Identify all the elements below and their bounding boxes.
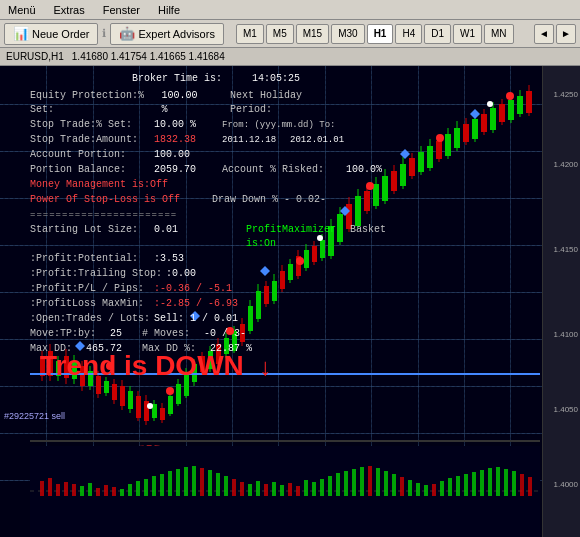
menu-item-hilfe[interactable]: Hilfe: [154, 2, 184, 18]
svg-point-134: [147, 403, 153, 409]
svg-rect-168: [272, 482, 276, 496]
svg-point-136: [487, 101, 493, 107]
price-tick-4: 1.4100: [554, 330, 578, 339]
svg-marker-122: [190, 311, 200, 321]
svg-point-133: [506, 92, 514, 100]
svg-rect-188: [432, 484, 436, 496]
symbol-bar: EURUSD,H1 1.41680 1.41754 1.41665 1.4168…: [0, 48, 580, 66]
svg-rect-167: [264, 484, 268, 496]
svg-rect-187: [424, 485, 428, 496]
svg-rect-186: [416, 483, 420, 496]
svg-rect-155: [168, 471, 172, 496]
svg-rect-171: [296, 486, 300, 496]
svg-rect-199: [520, 474, 524, 496]
svg-point-135: [317, 235, 323, 241]
candlestick-chart: [30, 66, 540, 537]
svg-rect-162: [224, 476, 228, 496]
svg-rect-152: [144, 479, 148, 496]
chart-container: Broker Time is: 14:05:25 Equity Protecti…: [0, 66, 580, 537]
tab-d1[interactable]: D1: [424, 24, 451, 44]
tab-m1[interactable]: M1: [236, 24, 264, 44]
svg-rect-144: [80, 486, 84, 496]
svg-rect-146: [96, 488, 100, 496]
info-icon: ℹ: [102, 27, 106, 40]
ea-icon: 🤖: [119, 26, 135, 41]
svg-rect-192: [464, 474, 468, 496]
menu-item-menu[interactable]: Menü: [4, 2, 40, 18]
svg-rect-174: [320, 479, 324, 496]
svg-rect-180: [368, 466, 372, 496]
svg-rect-161: [216, 473, 220, 496]
svg-rect-156: [176, 469, 180, 496]
svg-rect-157: [184, 467, 188, 496]
tab-h4[interactable]: H4: [395, 24, 422, 44]
svg-rect-153: [152, 476, 156, 496]
svg-rect-195: [488, 468, 492, 496]
svg-rect-172: [304, 480, 308, 496]
svg-rect-200: [528, 477, 532, 496]
svg-rect-151: [136, 481, 140, 496]
nav-arrows: ◄ ►: [534, 24, 576, 44]
svg-rect-182: [384, 471, 388, 496]
svg-rect-181: [376, 468, 380, 496]
svg-rect-184: [400, 477, 404, 496]
order-label: #29225721 sell: [4, 411, 65, 421]
svg-rect-189: [440, 481, 444, 496]
expert-advisors-button[interactable]: 🤖 Expert Advisors: [110, 23, 223, 45]
svg-rect-165: [248, 484, 252, 496]
neue-order-button[interactable]: 📊 Neue Order: [4, 23, 98, 45]
svg-rect-185: [408, 480, 412, 496]
svg-rect-158: [192, 466, 196, 496]
svg-rect-173: [312, 482, 316, 496]
tab-w1[interactable]: W1: [453, 24, 482, 44]
tab-m15[interactable]: M15: [296, 24, 329, 44]
svg-point-128: [166, 387, 174, 395]
svg-rect-164: [240, 482, 244, 496]
neue-order-label: Neue Order: [32, 28, 89, 40]
svg-rect-145: [88, 483, 92, 496]
svg-point-129: [226, 327, 234, 335]
svg-rect-148: [112, 487, 116, 496]
tab-h1[interactable]: H1: [367, 24, 394, 44]
svg-rect-140: [48, 478, 52, 496]
svg-rect-176: [336, 473, 340, 496]
svg-rect-163: [232, 479, 236, 496]
price-tick-3: 1.4150: [554, 245, 578, 254]
svg-point-131: [366, 182, 374, 190]
svg-rect-141: [56, 484, 60, 496]
svg-rect-177: [344, 471, 348, 496]
price-tick-2: 1.4200: [554, 160, 578, 169]
svg-rect-154: [160, 474, 164, 496]
price-tick-6: 1.4000: [554, 480, 578, 489]
svg-rect-169: [280, 485, 284, 496]
svg-marker-126: [470, 109, 480, 119]
price-tick-5: 1.4050: [554, 405, 578, 414]
svg-rect-142: [64, 482, 68, 496]
svg-marker-121: [75, 341, 85, 351]
scroll-left-button[interactable]: ◄: [534, 24, 554, 44]
menu-item-extras[interactable]: Extras: [50, 2, 89, 18]
tab-m5[interactable]: M5: [266, 24, 294, 44]
tab-m30[interactable]: M30: [331, 24, 364, 44]
svg-rect-160: [208, 470, 212, 496]
tab-mn[interactable]: MN: [484, 24, 514, 44]
svg-rect-191: [456, 476, 460, 496]
svg-rect-193: [472, 472, 476, 496]
svg-rect-139: [40, 481, 44, 496]
svg-rect-197: [504, 469, 508, 496]
svg-rect-183: [392, 474, 396, 496]
timeframe-tabs: M1 M5 M15 M30 H1 H4 D1 W1 MN: [236, 24, 514, 44]
svg-point-130: [296, 257, 304, 265]
svg-rect-178: [352, 469, 356, 496]
svg-rect-166: [256, 481, 260, 496]
svg-rect-170: [288, 483, 292, 496]
svg-rect-150: [128, 484, 132, 496]
menu-item-fenster[interactable]: Fenster: [99, 2, 144, 18]
svg-rect-149: [120, 489, 124, 496]
symbol-label: EURUSD,H1: [6, 51, 64, 62]
svg-rect-196: [496, 467, 500, 496]
scroll-right-button[interactable]: ►: [556, 24, 576, 44]
svg-rect-190: [448, 478, 452, 496]
price-display: 1.41680 1.41754 1.41665 1.41684: [72, 51, 225, 62]
price-tick-1: 1.4250: [554, 90, 578, 99]
